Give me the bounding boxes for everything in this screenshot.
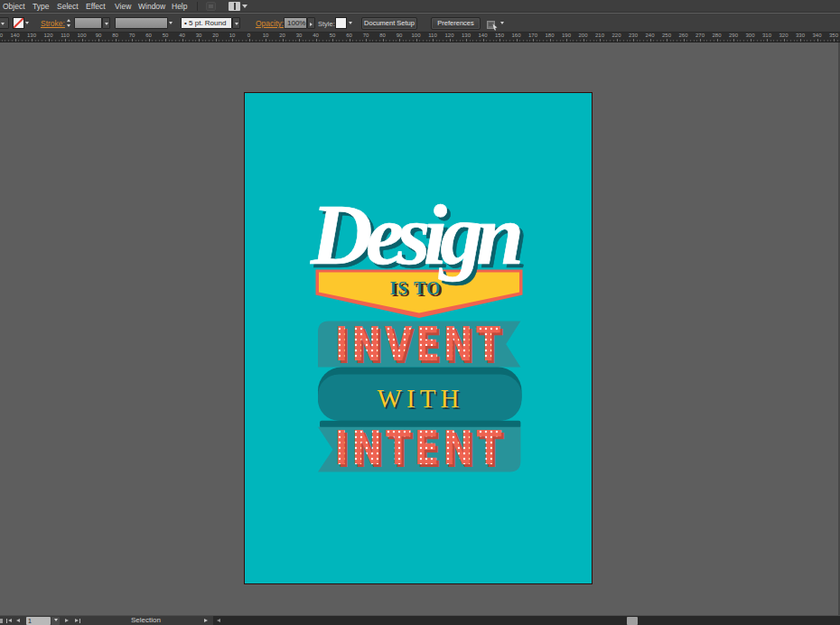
ruler-minor-tick	[513, 40, 514, 42]
last-artboard-button[interactable]	[75, 619, 80, 623]
arrange-documents-caret-icon[interactable]	[242, 5, 247, 8]
artboard[interactable]: IS TO IS TO INVENT INVENT INVENT WITH WI…	[245, 93, 592, 583]
artboard-dropdown-arrow[interactable]	[51, 617, 60, 625]
ruler-minor-tick	[677, 40, 677, 42]
ruler-tick-label: 130	[462, 33, 471, 38]
menu-view[interactable]: View	[115, 0, 131, 13]
ruler-minor-tick	[613, 40, 614, 42]
ruler-minor-tick	[2, 40, 3, 42]
ruler-minor-tick	[747, 40, 748, 42]
width-profile-field[interactable]	[115, 17, 168, 29]
ruler-minor-tick	[59, 40, 60, 42]
ruler-tick-label: 40	[313, 33, 319, 38]
ruler-minor-tick	[122, 40, 123, 42]
stroke-swatch-caret-icon[interactable]	[25, 22, 29, 24]
ruler-major-tick	[617, 39, 618, 42]
status-flyout-button[interactable]	[204, 619, 209, 623]
ruler-minor-tick	[439, 40, 440, 42]
ruler-minor-tick	[787, 40, 788, 42]
next-artboard-button[interactable]	[65, 619, 70, 623]
none-color-icon	[14, 18, 23, 28]
ruler-tick-label: 350	[829, 33, 838, 38]
document-setup-button[interactable]: Document Setup	[361, 17, 417, 30]
opacity-field[interactable]: 100%	[284, 17, 307, 29]
stroke-color-swatch[interactable]	[13, 17, 24, 29]
ruler-minor-tick	[546, 40, 547, 42]
scroll-left-button[interactable]	[217, 619, 221, 623]
ruler-minor-tick	[145, 40, 146, 42]
artboard-number-field[interactable]: 1	[26, 617, 51, 625]
menu-effect[interactable]: Effect	[86, 0, 106, 13]
ruler-minor-tick	[660, 40, 661, 42]
opacity-flyout-arrow[interactable]	[307, 17, 315, 29]
first-artboard-button[interactable]	[6, 619, 12, 623]
panel-icon-glyph	[487, 21, 499, 31]
menu-select[interactable]: Select	[57, 0, 79, 13]
previous-artboard-button[interactable]	[16, 619, 21, 623]
ruler-minor-tick	[346, 40, 347, 42]
ruler-minor-tick	[657, 40, 658, 42]
ruler-major-tick	[667, 39, 667, 42]
ruler-minor-tick	[275, 40, 276, 42]
ruler-minor-tick	[827, 40, 828, 42]
ruler-minor-tick	[329, 40, 330, 42]
stroke-link[interactable]: Stroke:	[41, 19, 65, 28]
ruler-major-tick	[700, 39, 701, 42]
ruler-minor-tick	[527, 40, 527, 42]
caret-down-icon	[54, 619, 58, 621]
ruler-tick-label: 130	[27, 33, 36, 38]
panel-icon[interactable]	[487, 18, 499, 28]
ribbon1-text-dots: INVENT	[335, 318, 504, 371]
ruler-minor-tick	[714, 40, 714, 42]
menu-help[interactable]: Help	[172, 0, 187, 13]
menu-window[interactable]: Window	[138, 0, 165, 13]
ruler-major-tick	[600, 39, 601, 42]
stepper-down-icon[interactable]	[67, 24, 70, 27]
brush-definition-value: 5 pt. Round	[189, 19, 226, 27]
ruler-major-tick	[450, 39, 451, 42]
brush-dropdown-arrow[interactable]	[232, 17, 240, 29]
ruler-tick-label: 140	[478, 33, 487, 38]
ruler-minor-tick	[369, 40, 370, 42]
ruler-minor-tick	[453, 40, 453, 42]
ruler-minor-tick	[285, 40, 286, 42]
ruler-minor-tick	[506, 40, 507, 42]
width-profile-caret-icon[interactable]	[169, 22, 173, 24]
ruler-minor-tick	[92, 40, 93, 42]
menu-type[interactable]: Type	[33, 0, 49, 13]
style-caret-icon[interactable]	[349, 22, 352, 24]
style-swatch[interactable]	[335, 17, 347, 29]
stroke-weight-stepper[interactable]	[66, 17, 72, 29]
arrange-documents-icon[interactable]	[229, 2, 240, 11]
first-artboard-icon	[6, 619, 7, 623]
opacity-link[interactable]: Opacity:	[256, 19, 284, 28]
brush-definition-field[interactable]: • 5 pt. Round	[181, 17, 232, 29]
fill-dropdown-arrow[interactable]	[0, 17, 9, 29]
ruler-tick-label: 70	[363, 33, 369, 38]
ruler-minor-tick	[386, 40, 387, 42]
ruler-minor-tick	[185, 40, 186, 42]
ruler-tick-label: 60	[346, 33, 352, 38]
ruler-minor-tick	[777, 40, 778, 42]
ruler-major-tick	[800, 39, 801, 42]
ruler-minor-tick	[246, 40, 247, 42]
ruler-minor-tick	[319, 40, 320, 42]
ruler-tick-label: 90	[397, 33, 403, 38]
stroke-weight-field[interactable]	[74, 17, 102, 29]
caret-down-icon	[1, 23, 5, 25]
app-bar-icon[interactable]	[206, 2, 216, 11]
horizontal-scrollbar[interactable]	[213, 616, 840, 625]
ruler-minor-tick	[580, 40, 581, 42]
ruler-minor-tick	[496, 40, 497, 42]
stroke-weight-dropdown-arrow[interactable]	[102, 17, 110, 29]
horizontal-scrollbar-thumb[interactable]	[627, 617, 638, 625]
ruler-minor-tick	[61, 40, 62, 42]
panel-caret-icon[interactable]	[500, 22, 504, 24]
menu-object[interactable]: Object	[3, 0, 25, 13]
stepper-up-icon[interactable]	[67, 19, 70, 22]
caret-down-icon	[105, 23, 108, 25]
ruler-major-tick	[350, 39, 350, 42]
ruler-minor-tick	[820, 40, 821, 42]
ruler-minor-tick	[593, 40, 594, 42]
preferences-button[interactable]: Preferences	[431, 17, 481, 30]
